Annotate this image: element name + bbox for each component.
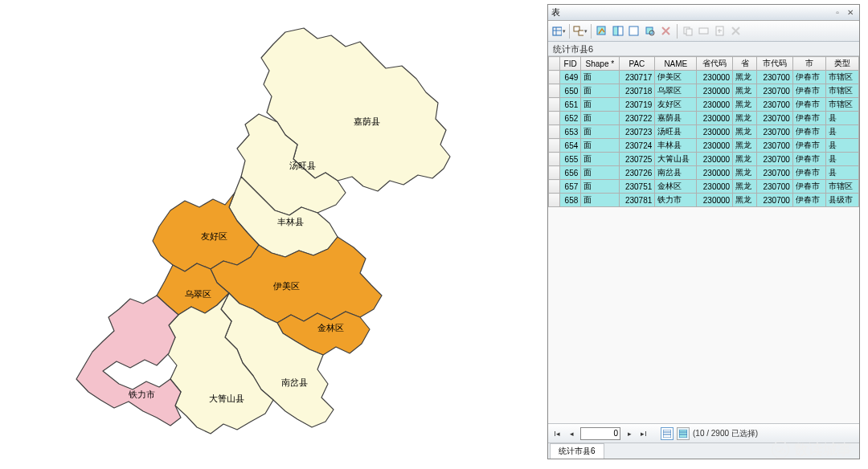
cell[interactable]: 面 [581, 125, 619, 139]
cell[interactable]: 230726 [619, 166, 655, 180]
cell[interactable]: 县 [825, 153, 858, 166]
cell[interactable]: 面 [581, 71, 619, 84]
cell[interactable]: 伊春市 [792, 180, 825, 194]
cell[interactable]: 伊春市 [792, 112, 825, 125]
cell[interactable]: 黑龙 [733, 180, 757, 194]
row-selector[interactable] [549, 125, 560, 139]
next-record-button[interactable]: ▸ [624, 428, 635, 439]
cell[interactable]: 面 [581, 139, 619, 153]
cell[interactable]: 黑龙 [733, 98, 757, 112]
cell[interactable]: 230700 [757, 84, 793, 98]
cell[interactable]: 230717 [619, 71, 655, 84]
row-header-col[interactable] [549, 57, 560, 71]
table-row[interactable]: 653面230723汤旺县230000黑龙230700伊春市县 [549, 125, 859, 139]
record-index-input[interactable] [580, 427, 620, 440]
cell[interactable]: 金林区 [655, 180, 697, 194]
column-header[interactable]: 省 [733, 57, 757, 71]
column-header[interactable]: FID [560, 57, 581, 71]
cell[interactable]: 230000 [697, 139, 733, 153]
cell[interactable]: 230722 [619, 112, 655, 125]
column-header[interactable]: PAC [619, 57, 655, 71]
cell[interactable]: 230700 [757, 180, 793, 194]
table-row[interactable]: 651面230719友好区230000黑龙230700伊春市市辖区 [549, 98, 859, 112]
table-row[interactable]: 652面230722嘉荫县230000黑龙230700伊春市县 [549, 112, 859, 125]
cell[interactable]: 面 [581, 84, 619, 98]
cell[interactable]: 面 [581, 98, 619, 112]
layer-tab[interactable]: 统计市县6 [550, 443, 604, 459]
cell[interactable]: 230700 [757, 71, 793, 84]
cell[interactable]: 230000 [697, 180, 733, 194]
cell[interactable]: 230000 [697, 125, 733, 139]
row-selector[interactable] [549, 71, 560, 84]
prev-record-button[interactable]: ◂ [566, 428, 577, 439]
map-canvas[interactable]: 嘉荫县 汤旺县 丰林县 友好区 伊美区 乌翠区 金林区 南岔县 铁力市 大箐山县 [0, 0, 547, 469]
cell[interactable]: 嘉荫县 [655, 112, 697, 125]
cell[interactable]: 230700 [757, 153, 793, 166]
cell[interactable]: 黑龙 [733, 153, 757, 166]
data-grid[interactable]: FIDShape *PACNAME省代码省市代码市类型 649面230717伊美… [548, 56, 859, 423]
column-header[interactable]: 市代码 [757, 57, 793, 71]
first-record-button[interactable]: I◂ [551, 428, 563, 439]
cell[interactable]: 伊春市 [792, 166, 825, 180]
cell[interactable]: 市辖区 [825, 98, 858, 112]
cell[interactable]: 230000 [697, 84, 733, 98]
cell[interactable]: 657 [560, 180, 581, 194]
cell[interactable]: 县 [825, 166, 858, 180]
cell[interactable]: 黑龙 [733, 112, 757, 125]
cell[interactable]: 汤旺县 [655, 125, 697, 139]
cell[interactable]: 面 [581, 153, 619, 166]
cell[interactable]: 伊春市 [792, 139, 825, 153]
cell[interactable]: 面 [581, 166, 619, 180]
cell[interactable]: 伊春市 [792, 84, 825, 98]
related-tables-icon[interactable]: ▾ [573, 24, 588, 39]
cell[interactable]: 市辖区 [825, 84, 858, 98]
column-header[interactable]: 市 [792, 57, 825, 71]
cell[interactable]: 大箐山县 [655, 153, 697, 166]
cell[interactable]: 伊春市 [792, 194, 825, 207]
region-tieli[interactable] [76, 296, 181, 426]
cell[interactable]: 黑龙 [733, 194, 757, 207]
cell[interactable]: 230000 [697, 166, 733, 180]
cell[interactable]: 655 [560, 153, 581, 166]
cell[interactable]: 伊春市 [792, 125, 825, 139]
table-row[interactable]: 657面230751金林区230000黑龙230700伊春市市辖区 [549, 180, 859, 194]
cell[interactable]: 230700 [757, 98, 793, 112]
cell[interactable]: 县 [825, 125, 858, 139]
row-selector[interactable] [549, 98, 560, 112]
row-selector[interactable] [549, 153, 560, 166]
row-selector[interactable] [549, 180, 560, 194]
row-selector[interactable] [549, 112, 560, 125]
find-icon[interactable] [697, 24, 711, 39]
cell[interactable]: 230700 [757, 139, 793, 153]
cell[interactable]: 黑龙 [733, 166, 757, 180]
cell[interactable]: 230700 [757, 125, 793, 139]
cell[interactable]: 友好区 [655, 98, 697, 112]
cell[interactable]: 黑龙 [733, 139, 757, 153]
table-row[interactable]: 649面230717伊美区230000黑龙230700伊春市市辖区 [549, 71, 859, 84]
cell[interactable]: 651 [560, 98, 581, 112]
show-selected-records-button[interactable] [677, 427, 690, 440]
cell[interactable]: 伊春市 [792, 71, 825, 84]
cell[interactable]: 230723 [619, 125, 655, 139]
cell[interactable]: 230718 [619, 84, 655, 98]
cell[interactable]: 县 [825, 139, 858, 153]
last-record-button[interactable]: ▸I [638, 428, 649, 439]
cell[interactable]: 黑龙 [733, 84, 757, 98]
cell[interactable]: 658 [560, 194, 581, 207]
pin-button[interactable]: ▫ [832, 7, 843, 18]
close-button[interactable]: ✕ [845, 7, 856, 18]
column-header[interactable]: Shape * [581, 57, 619, 71]
cell[interactable]: 伊春市 [792, 153, 825, 166]
row-selector[interactable] [549, 166, 560, 180]
add-field-icon[interactable] [713, 24, 727, 39]
cell[interactable]: 230724 [619, 139, 655, 153]
cell[interactable]: 656 [560, 166, 581, 180]
cell[interactable]: 市辖区 [825, 71, 858, 84]
delete-field-icon[interactable] [729, 24, 743, 39]
cell[interactable]: 230000 [697, 112, 733, 125]
cell[interactable]: 230000 [697, 98, 733, 112]
cell[interactable]: 面 [581, 194, 619, 207]
column-header[interactable]: 省代码 [697, 57, 733, 71]
cell[interactable]: 230700 [757, 194, 793, 207]
cell[interactable]: 南岔县 [655, 166, 697, 180]
